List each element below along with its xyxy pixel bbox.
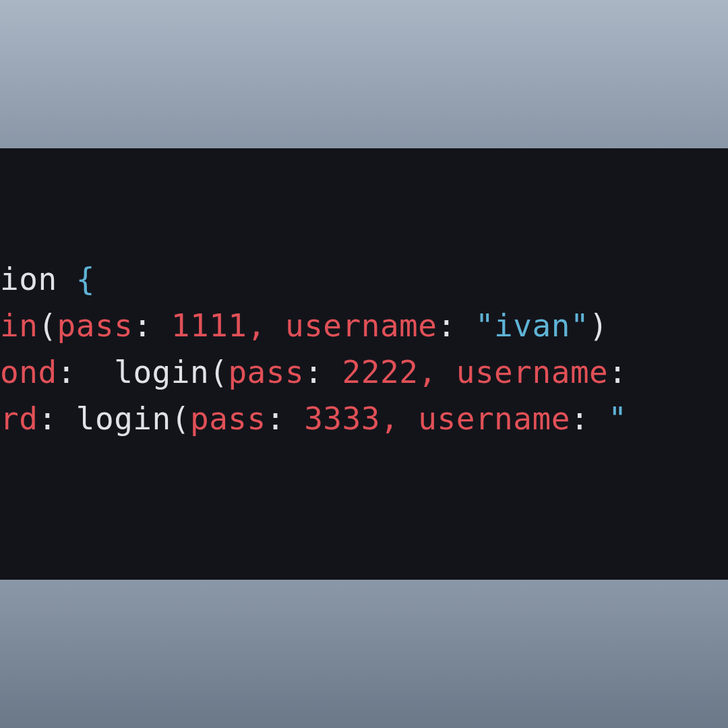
code-token: pass bbox=[190, 400, 266, 437]
code-token: ( bbox=[209, 354, 228, 390]
code-token: rd bbox=[0, 400, 38, 437]
code-token: "ivan" bbox=[475, 307, 589, 344]
code-editor-panel[interactable]: ion { in(pass: 1111, username: "ivan") o… bbox=[0, 148, 728, 580]
code-token bbox=[266, 307, 285, 344]
code-line-1: ion { bbox=[0, 261, 95, 297]
code-token: ( bbox=[38, 307, 57, 344]
code-token: 3333 bbox=[304, 400, 380, 437]
code-token: , bbox=[418, 354, 437, 390]
code-token: ond bbox=[0, 354, 57, 390]
code-token: : bbox=[608, 354, 627, 390]
code-token: ( bbox=[171, 400, 190, 437]
code-token: : bbox=[38, 400, 57, 437]
code-token: : bbox=[266, 400, 304, 437]
code-token: ) bbox=[589, 307, 608, 344]
code-token: : bbox=[133, 307, 171, 344]
code-line-3: ond: login(pass: 2222, username: bbox=[0, 354, 628, 390]
code-token bbox=[437, 354, 456, 390]
code-token bbox=[399, 400, 418, 437]
code-token: { bbox=[76, 261, 95, 297]
code-token: , bbox=[380, 400, 399, 437]
code-token: , bbox=[247, 307, 266, 344]
code-token: pass bbox=[57, 307, 133, 344]
code-line-4: rd: login(pass: 3333, username: " bbox=[0, 400, 627, 437]
code-token: pass bbox=[228, 354, 304, 390]
code-token: login bbox=[57, 400, 171, 437]
code-token: : bbox=[304, 354, 342, 390]
code-token: : bbox=[57, 354, 76, 390]
code-token: " bbox=[608, 400, 627, 437]
code-block[interactable]: ion { in(pass: 1111, username: "ivan") o… bbox=[0, 256, 728, 442]
code-token: username bbox=[418, 400, 570, 437]
code-token: : bbox=[570, 400, 608, 437]
code-token: ion bbox=[0, 261, 76, 297]
code-token: 1111 bbox=[171, 307, 247, 344]
code-token: in bbox=[0, 307, 38, 344]
code-token: username bbox=[456, 354, 609, 390]
code-token: : bbox=[437, 307, 475, 344]
code-line-2: in(pass: 1111, username: "ivan") bbox=[0, 307, 608, 344]
code-token: 2222 bbox=[342, 354, 419, 390]
code-token: login bbox=[76, 354, 209, 390]
code-token: username bbox=[285, 307, 437, 344]
